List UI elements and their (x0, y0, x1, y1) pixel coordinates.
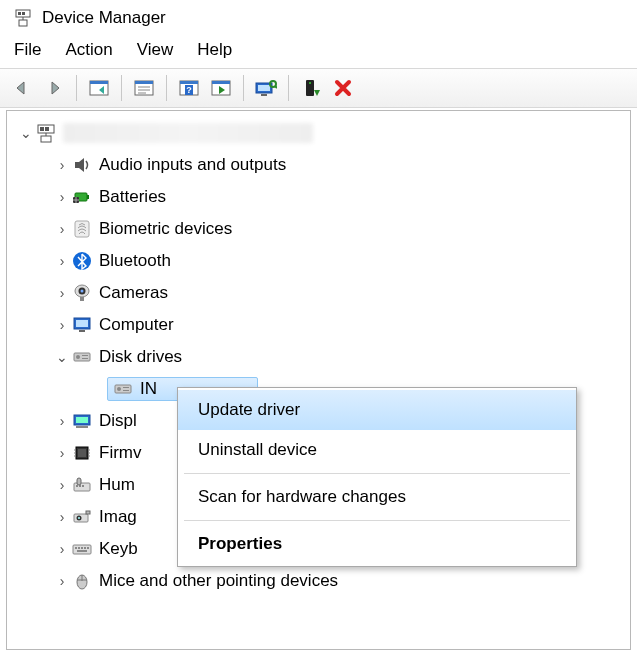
svg-rect-1 (18, 12, 21, 15)
tree-node-disk-drives[interactable]: ⌄ Disk drives (13, 341, 630, 373)
ctx-properties[interactable]: Properties (178, 524, 576, 564)
svg-rect-80 (84, 547, 86, 549)
svg-rect-78 (78, 547, 80, 549)
tree-node-batteries[interactable]: › Batteries (13, 181, 630, 213)
toolbar-add-device-button[interactable] (297, 74, 325, 102)
svg-line-24 (275, 86, 277, 88)
chevron-right-icon[interactable]: › (53, 285, 71, 301)
node-label: IN (140, 379, 157, 399)
chevron-right-icon[interactable]: › (53, 509, 71, 525)
chevron-down-icon[interactable]: ⌄ (17, 125, 35, 141)
tree-node-mice[interactable]: › Mice and other pointing devices (13, 565, 630, 597)
menu-file[interactable]: File (14, 40, 41, 60)
toolbar-forward-button[interactable] (40, 74, 68, 102)
disk-drive-icon (112, 378, 134, 400)
window-titlebar: Device Manager (0, 0, 637, 34)
imaging-icon (71, 506, 93, 528)
svg-rect-35 (87, 195, 89, 199)
toolbar-separator (288, 75, 289, 101)
svg-rect-55 (123, 390, 129, 391)
chevron-right-icon[interactable]: › (53, 541, 71, 557)
chip-icon (71, 442, 93, 464)
svg-point-26 (309, 82, 311, 84)
ctx-update-driver[interactable]: Update driver (178, 390, 576, 430)
toolbar-separator (76, 75, 77, 101)
svg-rect-60 (78, 449, 86, 457)
toolbar-separator (121, 75, 122, 101)
chevron-right-icon[interactable]: › (53, 221, 71, 237)
ctx-separator (184, 520, 570, 521)
svg-rect-79 (81, 547, 83, 549)
chevron-right-icon[interactable]: › (53, 317, 71, 333)
toolbar-show-hidden-button[interactable] (85, 74, 113, 102)
device-manager-icon (14, 9, 32, 27)
svg-rect-2 (22, 12, 25, 15)
ctx-separator (184, 473, 570, 474)
ctx-scan-hardware[interactable]: Scan for hardware changes (178, 477, 576, 517)
tree-node-audio[interactable]: › Audio inputs and outputs (13, 149, 630, 181)
chevron-right-icon[interactable]: › (53, 413, 71, 429)
svg-rect-70 (82, 485, 84, 487)
root-computer-name-blurred (63, 123, 313, 143)
tree-node-cameras[interactable]: › Cameras (13, 277, 630, 309)
device-tree[interactable]: ⌄ › Audio inputs and outputs › Batteries… (6, 110, 631, 650)
tree-node-bluetooth[interactable]: › Bluetooth (13, 245, 630, 277)
toolbar-separator (166, 75, 167, 101)
node-label: Mice and other pointing devices (99, 571, 338, 591)
svg-point-74 (78, 517, 80, 519)
window-title: Device Manager (42, 8, 166, 28)
toolbar-back-button[interactable] (8, 74, 36, 102)
node-label: Disk drives (99, 347, 182, 367)
node-label: Batteries (99, 187, 166, 207)
menu-view[interactable]: View (137, 40, 174, 60)
chevron-right-icon[interactable]: › (53, 157, 71, 173)
context-menu: Update driver Uninstall device Scan for … (177, 387, 577, 567)
svg-point-43 (81, 290, 84, 293)
node-label: Firmv (99, 443, 141, 463)
toolbar-refresh-button[interactable] (207, 74, 235, 102)
svg-rect-44 (80, 297, 84, 301)
fingerprint-icon (71, 218, 93, 240)
svg-rect-71 (77, 478, 81, 485)
toolbar-help-button[interactable]: ? (175, 74, 203, 102)
node-label: Cameras (99, 283, 168, 303)
svg-rect-47 (79, 330, 85, 332)
toolbar-remove-button[interactable] (329, 74, 357, 102)
node-label: Audio inputs and outputs (99, 155, 286, 175)
svg-point-53 (117, 387, 121, 391)
keyboard-icon (71, 538, 93, 560)
chevron-right-icon[interactable]: › (53, 477, 71, 493)
tree-node-computer[interactable]: › Computer (13, 309, 630, 341)
svg-rect-58 (76, 426, 88, 428)
svg-rect-75 (86, 511, 90, 514)
chevron-right-icon[interactable]: › (53, 573, 71, 589)
svg-rect-51 (82, 358, 88, 359)
ctx-item-label: Properties (198, 534, 282, 553)
tree-node-biometric[interactable]: › Biometric devices (13, 213, 630, 245)
chevron-right-icon[interactable]: › (53, 445, 71, 461)
tree-root-node[interactable]: ⌄ (13, 117, 630, 149)
svg-rect-50 (82, 355, 88, 356)
svg-rect-81 (87, 547, 89, 549)
toolbar-scan-button[interactable] (252, 74, 280, 102)
node-label: Displ (99, 411, 137, 431)
toolbar-properties-button[interactable] (130, 74, 158, 102)
svg-rect-57 (76, 417, 88, 423)
camera-icon (71, 282, 93, 304)
menu-action[interactable]: Action (65, 40, 112, 60)
node-label: Computer (99, 315, 174, 335)
ctx-uninstall-device[interactable]: Uninstall device (178, 430, 576, 470)
menubar: File Action View Help (0, 34, 637, 68)
toolbar: ? (0, 68, 637, 108)
node-label: Keyb (99, 539, 138, 559)
svg-rect-21 (258, 85, 270, 91)
monitor-icon (71, 314, 93, 336)
toolbar-separator (243, 75, 244, 101)
chevron-right-icon[interactable]: › (53, 253, 71, 269)
svg-rect-82 (77, 550, 87, 552)
chevron-right-icon[interactable]: › (53, 189, 71, 205)
menu-help[interactable]: Help (197, 40, 232, 60)
chevron-down-icon[interactable]: ⌄ (53, 349, 71, 365)
svg-rect-76 (73, 545, 91, 554)
node-label: Imag (99, 507, 137, 527)
